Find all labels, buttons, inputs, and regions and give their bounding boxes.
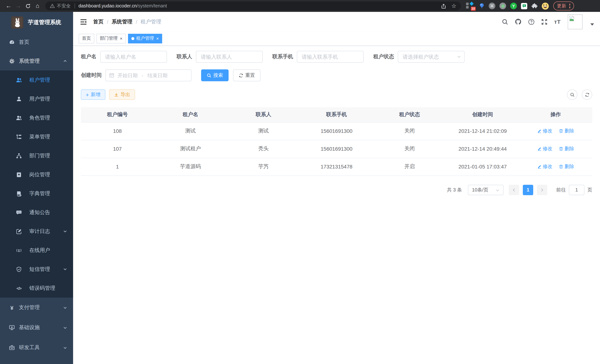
sidebar-item-label: 首页: [19, 39, 29, 46]
command-extension-icon[interactable]: ⌘: [489, 3, 495, 9]
extension-grid-icon[interactable]: 10: [466, 2, 475, 10]
prev-page-button[interactable]: [509, 185, 519, 195]
sidebar-item-label: 系统管理: [19, 58, 40, 64]
sidebar-item-label: 角色管理: [29, 114, 50, 121]
search-button[interactable]: 搜索: [201, 69, 229, 81]
sidebar-fold-icon[interactable]: [80, 18, 87, 25]
edit-link[interactable]: 修改: [537, 163, 552, 170]
contact-input[interactable]: [196, 51, 263, 63]
next-page-button[interactable]: [537, 185, 547, 195]
avatar-dropdown-caret-icon[interactable]: [590, 23, 594, 25]
cell-status: 关闭: [373, 122, 446, 140]
puzzle-extensions-icon[interactable]: [531, 3, 538, 9]
announcement-icon: [16, 209, 22, 215]
roles-icon: [16, 115, 22, 121]
page-size-select[interactable]: 10条/页: [468, 185, 504, 195]
edit-link[interactable]: 修改: [537, 128, 552, 134]
goto-page-input[interactable]: [569, 185, 584, 195]
browser-back-icon[interactable]: ←: [4, 1, 13, 11]
refresh-table-button[interactable]: [582, 89, 592, 100]
sidebar-item-dept[interactable]: 部门管理: [0, 146, 73, 165]
sidebar-item-post[interactable]: 岗位管理: [0, 165, 73, 184]
date-range-picker[interactable]: -: [105, 69, 191, 81]
user-avatar[interactable]: [568, 14, 582, 29]
breadcrumb: 首页 / 系统管理 / 租户管理: [93, 18, 161, 25]
end-date-input[interactable]: [144, 73, 171, 78]
chat-extension-icon[interactable]: [521, 3, 527, 9]
sidebar-item-system[interactable]: 系统管理: [0, 52, 73, 71]
cell-tenant-id: 108: [81, 122, 154, 140]
cell-status: 关闭: [373, 140, 446, 158]
browser-menu-icon[interactable]: [569, 4, 570, 8]
profile-avatar-icon[interactable]: [542, 2, 549, 9]
tab-dept[interactable]: 部门管理 ×: [96, 34, 126, 43]
breadcrumb-system[interactable]: 系统管理: [112, 18, 132, 25]
export-button[interactable]: 导出: [109, 89, 135, 100]
chevron-down-icon: [63, 346, 67, 350]
col-create-time: 创建时间: [446, 107, 519, 122]
header-search-icon[interactable]: [502, 18, 508, 25]
delete-link[interactable]: 删除: [559, 163, 574, 170]
sidebar-item-menu[interactable]: 菜单管理: [0, 127, 73, 146]
sidebar-item-online[interactable]: 在线用户: [0, 241, 73, 260]
tab-tenant[interactable]: 租户管理 ×: [128, 34, 162, 43]
sidebar-item-label: 部门管理: [29, 152, 50, 159]
sidebar-item-errcode[interactable]: </> 错误码管理: [0, 279, 73, 298]
chevron-down-icon: [63, 229, 67, 233]
breadcrumb-current: 租户管理: [141, 18, 161, 25]
address-bar[interactable]: 不安全 dashboard.yudao.iocoder.cn/system/te…: [45, 1, 461, 10]
calendar-icon: [109, 73, 114, 78]
cell-create-time: 2021-01-05 17:03:47: [446, 158, 519, 176]
tab-close-icon[interactable]: ×: [156, 36, 159, 41]
dictionary-icon: [16, 191, 22, 196]
sidebar-item-infra[interactable]: 基础设施: [0, 318, 73, 338]
toggle-search-button[interactable]: [567, 89, 577, 100]
add-button-label: 新增: [91, 91, 101, 98]
sidebar-item-sms[interactable]: 短信管理: [0, 260, 73, 279]
breadcrumb-home[interactable]: 首页: [93, 18, 103, 25]
delete-link[interactable]: 删除: [559, 145, 574, 152]
browser-forward-icon[interactable]: →: [13, 1, 23, 11]
col-status: 租户状态: [373, 107, 446, 122]
sidebar-item-home[interactable]: 首页: [0, 33, 73, 52]
edit-link[interactable]: 修改: [537, 145, 552, 152]
start-date-input[interactable]: [114, 73, 141, 78]
add-button[interactable]: + 新增: [81, 89, 105, 100]
status-select[interactable]: [398, 51, 465, 63]
mobile-input[interactable]: [297, 51, 364, 63]
gear-icon: [9, 58, 15, 64]
share-icon[interactable]: [441, 3, 446, 9]
app-logo-row[interactable]: 芋道管理系统: [0, 12, 73, 33]
tab-close-icon[interactable]: ×: [120, 36, 122, 41]
status-label: 租户状态: [373, 53, 394, 60]
sidebar-item-role[interactable]: 角色管理: [0, 108, 73, 127]
page-button-1[interactable]: 1: [523, 185, 533, 195]
sidebar-item-label: 通知公告: [29, 209, 50, 216]
sidebar-item-devtools[interactable]: 研发工具: [0, 338, 73, 358]
sidebar-item-user[interactable]: 用户管理: [0, 89, 73, 108]
balloon-extension-icon[interactable]: [479, 3, 485, 9]
recorder-extension-icon[interactable]: [499, 3, 506, 9]
font-size-icon[interactable]: тT: [554, 19, 561, 25]
y-extension-icon[interactable]: Y: [510, 3, 517, 9]
sidebar-item-dict[interactable]: 字典管理: [0, 184, 73, 203]
tab-home[interactable]: 首页: [79, 34, 94, 43]
tenant-name-label: 租户名: [81, 53, 96, 60]
delete-link[interactable]: 删除: [559, 128, 574, 134]
browser-reload-icon[interactable]: [23, 1, 33, 11]
sidebar-item-label: 菜单管理: [29, 133, 50, 140]
fullscreen-icon[interactable]: [541, 18, 548, 25]
browser-update-button[interactable]: 更新: [553, 1, 574, 10]
reset-button[interactable]: 重置: [233, 69, 261, 81]
tenant-name-input[interactable]: [100, 51, 167, 63]
help-icon[interactable]: [528, 18, 535, 25]
sidebar-item-audit[interactable]: 审计日志: [0, 222, 73, 241]
sidebar-item-pay[interactable]: ¥ 支付管理: [0, 298, 73, 318]
sidebar-item-notice[interactable]: 通知公告: [0, 203, 73, 222]
browser-home-icon[interactable]: ⌂: [33, 1, 42, 11]
sidebar-item-tenant[interactable]: 租户管理: [0, 71, 73, 89]
status-select-input[interactable]: [398, 51, 465, 63]
security-label[interactable]: 不安全: [57, 3, 71, 9]
github-icon[interactable]: [515, 18, 522, 25]
bookmark-star-icon[interactable]: ☆: [451, 3, 456, 9]
